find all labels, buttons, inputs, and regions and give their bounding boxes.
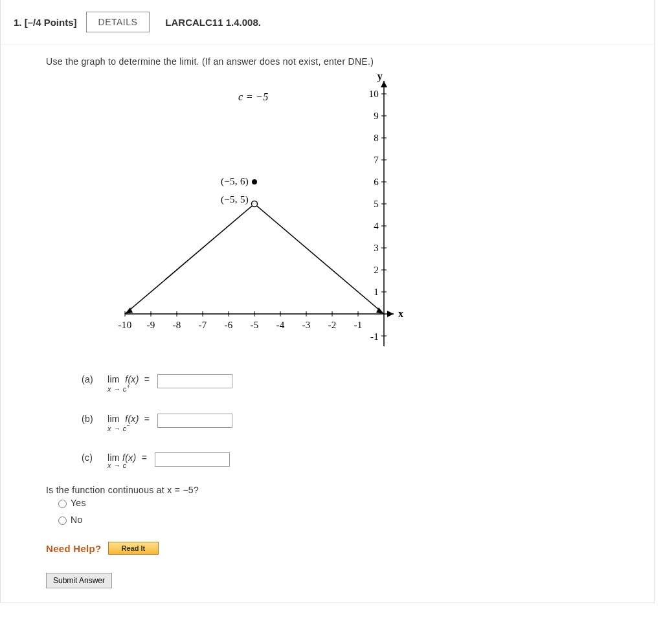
part-b: (b) lim f(x) = x → c− — [82, 414, 641, 432]
svg-text:10: 10 — [368, 89, 379, 99]
continuity-question: Is the function continuous at x = −5? — [46, 485, 641, 495]
question-prompt: Use the graph to determine the limit. (I… — [46, 56, 641, 67]
need-help-row: Need Help? Read It — [46, 542, 641, 555]
svg-text:4: 4 — [374, 221, 379, 231]
limit-graph: -10 -9 -8 -7 -6 -5 -4 -3 -2 -1 — [60, 74, 641, 361]
svg-text:-10: -10 — [118, 320, 132, 330]
limit-expression: lim f(x) = x → c — [107, 452, 150, 469]
part-b-input[interactable] — [157, 414, 232, 428]
part-c: (c) lim f(x) = x → c — [82, 452, 641, 469]
part-c-input[interactable] — [155, 452, 230, 467]
part-a: (a) lim f(x) = x → c+ — [82, 374, 641, 393]
svg-text:-6: -6 — [224, 320, 232, 330]
question-parts: (a) lim f(x) = x → c+ (b) lim f(x) = — [82, 374, 641, 469]
svg-point-50 — [252, 201, 258, 207]
svg-text:-1: -1 — [370, 331, 379, 342]
svg-text:x: x — [398, 308, 403, 319]
svg-point-51 — [252, 179, 257, 184]
svg-text:3: 3 — [374, 243, 379, 253]
question-container: 1. [–/4 Points] DETAILS LARCALC11 1.4.00… — [0, 0, 655, 603]
question-number: 1. [–/4 Points] — [14, 17, 77, 28]
svg-text:-3: -3 — [302, 320, 310, 330]
part-c-label: (c) — [82, 452, 107, 463]
details-button[interactable]: DETAILS — [86, 12, 150, 32]
continuity-no-row: No — [55, 515, 641, 525]
svg-text:9: 9 — [374, 111, 379, 121]
svg-text:-9: -9 — [146, 320, 155, 330]
need-help-label: Need Help? — [46, 543, 102, 554]
svg-text:8: 8 — [374, 133, 379, 143]
continuity-yes-label: Yes — [71, 498, 86, 508]
svg-marker-3 — [381, 81, 387, 87]
svg-text:5: 5 — [374, 199, 379, 209]
continuity-no-label: No — [71, 515, 83, 525]
svg-text:(−5, 6): (−5, 6) — [221, 176, 249, 187]
read-it-button[interactable]: Read It — [108, 542, 159, 555]
svg-marker-1 — [387, 311, 394, 317]
part-a-label: (a) — [82, 374, 107, 384]
part-b-label: (b) — [82, 414, 107, 424]
continuity-no-radio[interactable] — [58, 516, 67, 525]
svg-text:-5: -5 — [250, 320, 258, 330]
svg-text:-4: -4 — [276, 320, 284, 330]
svg-text:y: y — [377, 74, 383, 82]
submit-row: Submit Answer — [46, 573, 641, 588]
svg-text:-7: -7 — [198, 320, 207, 330]
limit-expression: lim f(x) = x → c+ — [107, 374, 152, 393]
question-header: 1. [–/4 Points] DETAILS LARCALC11 1.4.00… — [1, 6, 654, 45]
continuity-yes-row: Yes — [55, 498, 641, 508]
question-reference: LARCALC11 1.4.008. — [165, 17, 261, 28]
svg-text:(−5, 5): (−5, 5) — [221, 194, 249, 205]
submit-answer-button[interactable]: Submit Answer — [46, 573, 112, 588]
part-a-input[interactable] — [157, 374, 232, 388]
limit-expression: lim f(x) = x → c− — [107, 414, 152, 432]
svg-text:1: 1 — [374, 287, 379, 297]
svg-text:c = −5: c = −5 — [238, 91, 269, 102]
svg-text:-2: -2 — [328, 320, 336, 330]
question-content: Use the graph to determine the limit. (I… — [1, 45, 654, 603]
continuity-yes-radio[interactable] — [58, 500, 67, 508]
svg-text:2: 2 — [374, 265, 379, 275]
svg-text:-1: -1 — [354, 320, 362, 330]
svg-text:7: 7 — [374, 155, 379, 165]
svg-text:-8: -8 — [172, 320, 181, 330]
svg-text:6: 6 — [374, 177, 379, 187]
